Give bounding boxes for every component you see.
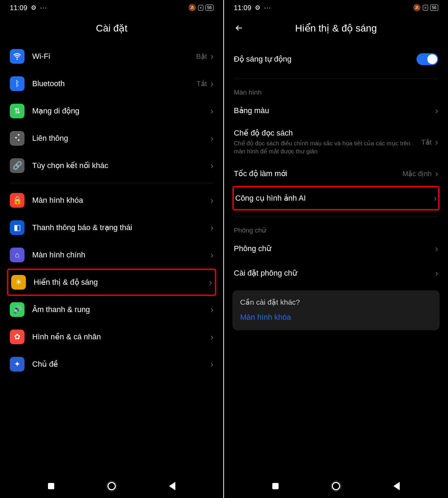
more-dots-icon: ⋯ — [40, 4, 48, 12]
settings-row-sound[interactable]: 🔊Âm thanh & rung› — [0, 296, 223, 323]
font-row[interactable]: Phông chữ › — [224, 236, 448, 261]
row-label: Màn hình chính — [32, 250, 210, 260]
row-label: Bluetooth — [32, 79, 197, 88]
row-label: Phông chữ — [234, 244, 435, 253]
chevron-right-icon: › — [210, 223, 214, 232]
row-label: Cài đặt phông chữ — [234, 269, 435, 278]
row-value: Tắt — [197, 79, 207, 88]
settings-screen: 11:09 ⚙ ⋯ 🔕 × 56 Cài đặt Wi-FiBật›ᛒBluet… — [0, 0, 224, 498]
settings-row-wallpaper[interactable]: ✿Hình nền & cá nhân› — [0, 323, 223, 351]
row-label: Thanh thông báo & trạng thái — [32, 223, 210, 232]
auto-brightness-toggle[interactable] — [416, 53, 438, 65]
row-value: Tắt — [421, 138, 432, 146]
arrows-icon: ⇅ — [10, 104, 24, 118]
row-description: Chế độ đọc sách điều chỉnh màu sắc và họ… — [234, 140, 421, 156]
auto-brightness-label: Độ sáng tự động — [234, 55, 416, 64]
color-palette-row[interactable]: Bảng màu › — [224, 98, 448, 123]
section-header-screen: Màn hình — [224, 82, 448, 98]
refresh-rate-row[interactable]: Tốc độ làm mới Mặc định › — [224, 161, 448, 186]
divider — [234, 78, 438, 79]
mute-icon: 🔕 — [413, 4, 421, 12]
auto-brightness-row[interactable]: Độ sáng tự động — [224, 43, 448, 76]
settings-row-home[interactable]: ⌂Màn hình chính› — [0, 241, 223, 269]
row-label: Liên thông — [32, 134, 210, 143]
bluetooth-icon: ᛒ — [10, 76, 24, 91]
nav-recent-button[interactable] — [45, 480, 57, 492]
nav-bar — [0, 474, 223, 498]
chevron-right-icon: › — [210, 79, 214, 88]
chevron-right-icon: › — [210, 305, 214, 314]
settings-row-mobile-data[interactable]: ⇅Mạng di động› — [0, 97, 223, 125]
row-label: Chế độ đọc sách — [234, 129, 421, 138]
row-label: Tùy chọn kết nối khác — [32, 161, 210, 170]
row-label: Hình nền & cá nhân — [32, 332, 210, 341]
chevron-right-icon: › — [209, 278, 212, 287]
chevron-right-icon: › — [210, 106, 214, 116]
battery-icon: 56 — [430, 5, 438, 11]
settings-row-bluetooth[interactable]: ᛒBluetoothTắt› — [0, 70, 223, 97]
row-label: Màn hình khóa — [32, 196, 210, 205]
settings-row-display[interactable]: ☀Hiển thị & độ sáng› — [7, 269, 216, 296]
section-header-font: Phông chữ — [224, 219, 448, 236]
chevron-right-icon: › — [434, 194, 437, 203]
status-time: 11:09 — [10, 4, 27, 12]
chevron-right-icon: › — [435, 269, 438, 278]
nav-home-button[interactable] — [330, 480, 342, 492]
row-label: Mạng di động — [32, 106, 210, 116]
chevron-right-icon: › — [435, 138, 438, 147]
chevron-right-icon: › — [210, 360, 214, 369]
settings-row-lockscreen[interactable]: 🔒Màn hình khóa› — [0, 187, 223, 214]
settings-row-interconnect[interactable]: ⠪Liên thông› — [0, 125, 223, 152]
back-button[interactable] — [234, 23, 244, 33]
divider — [234, 216, 438, 216]
row-label: Tốc độ làm mới — [234, 169, 402, 178]
card-title: Cần cài đặt khác? — [240, 298, 432, 306]
chevron-right-icon: › — [435, 169, 438, 178]
screen-header: Cài đặt — [0, 15, 223, 41]
screen-header: Hiển thị & độ sáng — [224, 15, 448, 41]
row-label: Bảng màu — [234, 106, 435, 115]
font-settings-row[interactable]: Cài đặt phông chữ › — [224, 261, 448, 285]
dots-icon: ⠪ — [10, 131, 24, 146]
chevron-right-icon: › — [210, 250, 214, 260]
related-settings-card: Cần cài đặt khác? Màn hình khóa — [232, 290, 440, 330]
row-value: Mặc định — [402, 170, 432, 178]
reading-mode-row[interactable]: Chế độ đọc sách Chế độ đọc sách điều chỉ… — [224, 123, 448, 161]
display-settings-list[interactable]: Độ sáng tự động Màn hình Bảng màu › Chế … — [224, 41, 448, 474]
lock-screen-link[interactable]: Màn hình khóa — [240, 313, 432, 322]
nav-back-button[interactable] — [166, 480, 178, 492]
row-label: Công cụ hình ảnh AI — [235, 194, 434, 203]
ai-image-tool-row[interactable]: Công cụ hình ảnh AI › — [232, 186, 440, 210]
gear-icon: ⚙ — [31, 4, 36, 12]
status-bar: 11:09 ⚙ ⋯ 🔕 × 56 — [0, 0, 223, 15]
square-icon: ◧ — [10, 220, 24, 235]
mute-icon: 🔕 — [188, 4, 196, 12]
row-value: Bật — [196, 52, 207, 61]
page-title: Cài đặt — [96, 22, 127, 34]
chevron-right-icon: › — [210, 332, 214, 341]
sun-icon: ☀ — [11, 275, 26, 290]
row-label: Âm thanh & rung — [32, 305, 210, 314]
flower-icon: ✿ — [10, 330, 24, 344]
no-sim-icon: × — [423, 5, 428, 11]
settings-row-theme[interactable]: ✦Chủ đề› — [0, 351, 223, 378]
row-label: Wi-Fi — [32, 52, 196, 61]
nav-back-button[interactable] — [390, 480, 403, 492]
status-time: 11:09 — [234, 4, 251, 12]
status-bar: 11:09 ⚙ ⋯ 🔕 × 56 — [224, 0, 448, 15]
settings-list[interactable]: Wi-FiBật›ᛒBluetoothTắt›⇅Mạng di động›⠪Li… — [0, 41, 223, 474]
wand-icon: ✦ — [10, 357, 24, 372]
battery-icon: 56 — [205, 5, 214, 11]
gear-icon: ⚙ — [255, 4, 260, 12]
settings-row-statusbar[interactable]: ◧Thanh thông báo & trạng thái› — [0, 214, 223, 241]
nav-bar — [224, 474, 448, 498]
chevron-right-icon: › — [210, 196, 214, 205]
chevron-right-icon: › — [210, 134, 214, 143]
nav-home-button[interactable] — [105, 480, 118, 492]
lock-icon: 🔒 — [10, 193, 24, 208]
chevron-right-icon: › — [435, 244, 438, 253]
nav-recent-button[interactable] — [269, 480, 282, 492]
settings-row-more-conn[interactable]: 🔗Tùy chọn kết nối khác› — [0, 152, 223, 179]
settings-row-wifi[interactable]: Wi-FiBật› — [0, 43, 223, 70]
no-sim-icon: × — [198, 5, 203, 11]
